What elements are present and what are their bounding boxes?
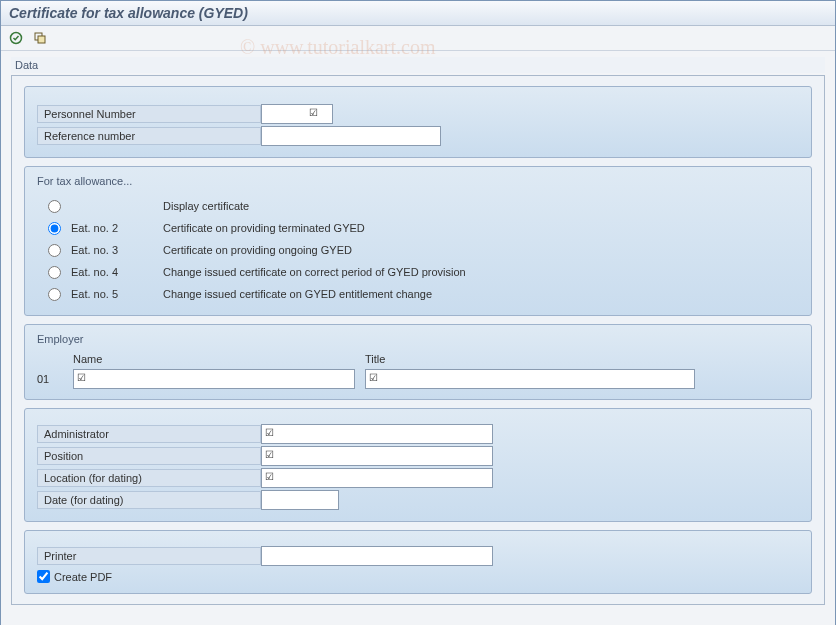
create-pdf-checkbox[interactable] <box>37 570 50 583</box>
administrator-label: Administrator <box>37 425 261 443</box>
personnel-number-input[interactable] <box>261 104 333 124</box>
date-label: Date (for dating) <box>37 491 261 509</box>
toolbar <box>1 26 835 51</box>
location-label: Location (for dating) <box>37 469 261 487</box>
reference-number-label: Reference number <box>37 127 261 145</box>
employer-panel: Employer Name Title 01 ☑ <box>24 324 812 400</box>
tax-option-label: Display certificate <box>163 200 249 212</box>
employer-title-header: Title <box>365 353 385 365</box>
tax-option-row: Display certificate <box>37 195 799 217</box>
tax-option-radio[interactable] <box>48 266 61 279</box>
tax-option-radio[interactable] <box>48 200 61 213</box>
personnel-number-label: Personnel Number <box>37 105 261 123</box>
variant-icon <box>33 31 47 45</box>
content-area: Data Personnel Number ☑ Reference number <box>1 51 835 625</box>
position-input[interactable] <box>261 446 493 466</box>
administrator-input[interactable] <box>261 424 493 444</box>
personnel-panel: Personnel Number ☑ Reference number <box>24 86 812 158</box>
tax-option-code: Eat. no. 5 <box>71 288 163 300</box>
tax-option-row: Eat. no. 3Certificate on providing ongoi… <box>37 239 799 261</box>
tax-allowance-panel: For tax allowance... Display certificate… <box>24 166 812 316</box>
printer-panel: Printer Create PDF <box>24 530 812 594</box>
tax-option-label: Change issued certificate on correct per… <box>163 266 466 278</box>
position-label: Position <box>37 447 261 465</box>
tax-option-label: Change issued certificate on GYED entitl… <box>163 288 432 300</box>
execute-icon <box>9 31 23 45</box>
group-title: Data <box>11 57 825 73</box>
administrator-panel: Administrator ☑ Position ☑ <box>24 408 812 522</box>
location-input[interactable] <box>261 468 493 488</box>
tax-option-row: Eat. no. 5Change issued certificate on G… <box>37 283 799 305</box>
employer-name-header: Name <box>73 353 365 365</box>
tax-option-row: Eat. no. 4Change issued certificate on c… <box>37 261 799 283</box>
employer-title: Employer <box>37 333 799 345</box>
printer-label: Printer <box>37 547 261 565</box>
date-input[interactable] <box>261 490 339 510</box>
tax-allowance-title: For tax allowance... <box>37 175 799 187</box>
execute-button[interactable] <box>7 29 25 47</box>
tax-option-code: Eat. no. 3 <box>71 244 163 256</box>
tax-option-row: Eat. no. 2Certificate on providing termi… <box>37 217 799 239</box>
data-group: Personnel Number ☑ Reference number For … <box>11 75 825 605</box>
tax-option-radio[interactable] <box>48 222 61 235</box>
tax-option-code: Eat. no. 4 <box>71 266 163 278</box>
variant-button[interactable] <box>31 29 49 47</box>
tax-option-radio[interactable] <box>48 244 61 257</box>
create-pdf-label[interactable]: Create PDF <box>54 571 112 583</box>
tax-option-label: Certificate on providing ongoing GYED <box>163 244 352 256</box>
title-bar: Certificate for tax allowance (GYED) <box>1 1 835 26</box>
employer-title-input[interactable] <box>365 369 695 389</box>
svg-rect-2 <box>38 36 45 43</box>
printer-input[interactable] <box>261 546 493 566</box>
reference-number-input[interactable] <box>261 126 441 146</box>
tax-option-radio[interactable] <box>48 288 61 301</box>
tax-option-code: Eat. no. 2 <box>71 222 163 234</box>
employer-name-input[interactable] <box>73 369 355 389</box>
window-title: Certificate for tax allowance (GYED) <box>9 5 248 21</box>
employer-row-number: 01 <box>37 373 73 385</box>
tax-option-label: Certificate on providing terminated GYED <box>163 222 365 234</box>
